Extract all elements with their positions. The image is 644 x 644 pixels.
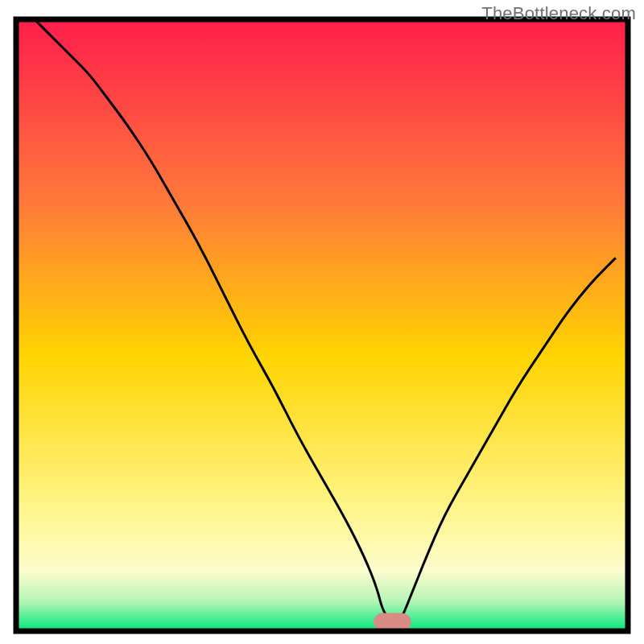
chart-container: TheBottleneck.com [0, 0, 644, 644]
plot-background [16, 19, 628, 631]
bottleneck-chart [0, 0, 644, 644]
minimum-marker [374, 613, 411, 630]
attribution-label: TheBottleneck.com [481, 3, 636, 24]
